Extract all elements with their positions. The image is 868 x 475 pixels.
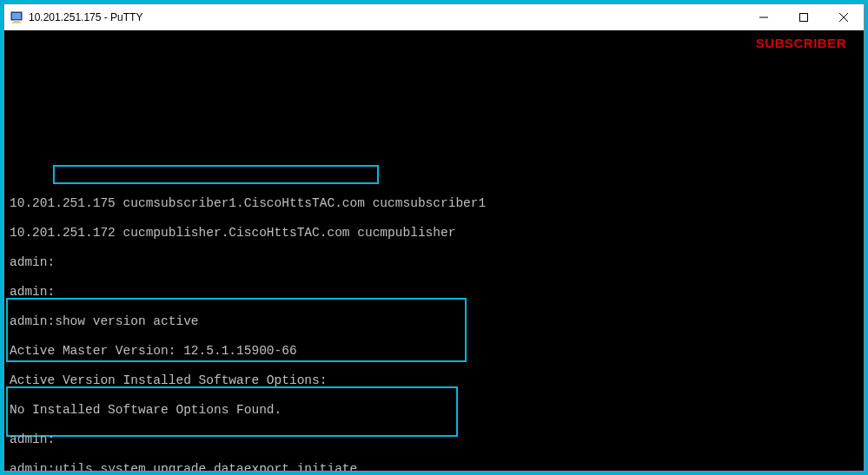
- terminal-content: 10.201.251.175 cucmsubscriber1.CiscoHtts…: [10, 181, 862, 471]
- terminal-area[interactable]: SUBSCRIBER 10.201.251.175 cucmsubscriber…: [4, 30, 864, 471]
- maximize-button[interactable]: [784, 4, 824, 30]
- term-line: admin:show version active: [10, 314, 862, 329]
- term-line: admin:utils system upgrade dataexport in…: [10, 462, 862, 471]
- svg-rect-3: [12, 22, 21, 23]
- prompt: admin:: [10, 462, 55, 471]
- term-line: 10.201.251.172 cucmpublisher.CiscoHttsTA…: [10, 226, 862, 241]
- svg-rect-2: [14, 20, 19, 22]
- term-line: No Installed Software Options Found.: [10, 403, 862, 418]
- close-button[interactable]: [824, 4, 864, 30]
- term-line: Active Version Installed Software Option…: [10, 373, 862, 388]
- term-line: admin:: [10, 432, 862, 447]
- putty-window: 10.201.251.175 - PuTTY SUBSCRIBER 10.201…: [3, 3, 865, 472]
- command-text: utils system upgrade dataexport initiate: [55, 462, 357, 471]
- minimize-button[interactable]: [744, 4, 784, 30]
- window-controls: [744, 4, 864, 30]
- svg-rect-4: [800, 13, 808, 21]
- term-line: admin:: [10, 255, 862, 270]
- term-line: admin:: [10, 285, 862, 300]
- title-bar[interactable]: 10.201.251.175 - PuTTY: [4, 4, 864, 30]
- putty-icon: [10, 10, 23, 24]
- term-line: Active Master Version: 12.5.1.15900-66: [10, 344, 862, 359]
- term-line: 10.201.251.175 cucmsubscriber1.CiscoHtts…: [10, 196, 862, 211]
- window-title: 10.201.251.175 - PuTTY: [29, 11, 142, 23]
- svg-rect-1: [12, 13, 21, 19]
- subscriber-badge: SUBSCRIBER: [756, 36, 846, 50]
